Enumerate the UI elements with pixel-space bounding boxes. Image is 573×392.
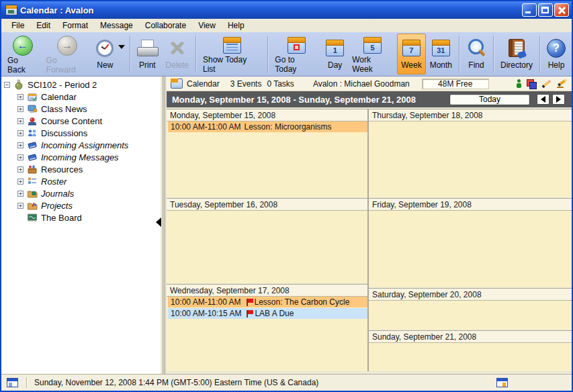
expand-toggle-icon[interactable]: + — [17, 191, 24, 197]
expand-toggle-icon[interactable]: + — [17, 142, 24, 148]
work-week-view-button[interactable]: 5 Work Week — [348, 34, 397, 75]
event-lab-a-due[interactable]: 10:00 AM-10:15 AM LAB A Due — [168, 308, 367, 319]
today-highlight-icon — [294, 44, 300, 50]
go-forward-button[interactable]: → Go Forward — [42, 34, 93, 75]
toolbar-separator — [195, 36, 196, 72]
menu-message[interactable]: Message — [94, 19, 139, 32]
status-text: Sunday, November 12, 2008 1:44 PM (GMT-5… — [34, 378, 318, 387]
toolbar-separator — [459, 36, 459, 72]
day-view-button[interactable]: 1 Day — [322, 34, 348, 75]
flag-icon — [247, 310, 248, 317]
help-button[interactable]: ? Help — [543, 34, 570, 75]
flask-icon — [13, 79, 24, 90]
sidebar-item-course-content[interactable]: + Course Content — [1, 115, 161, 127]
new-button[interactable]: New — [92, 34, 127, 75]
go-back-button[interactable]: ← Go Back — [3, 34, 42, 75]
day-cell-sunday[interactable] — [369, 343, 572, 371]
day-header: Tuesday, September 16, 2008 — [167, 199, 367, 211]
event-lesson-microorganisms[interactable]: 10:00 AM-11:00 AM Lesson: Microorganisms — [168, 121, 367, 132]
title-bar[interactable]: Calendar : Avalon — [1, 1, 572, 19]
print-button[interactable]: Print — [133, 34, 161, 75]
menu-edit[interactable]: Edit — [30, 19, 56, 32]
directory-button[interactable]: Directory — [496, 34, 537, 75]
directory-icon — [509, 39, 525, 57]
expand-toggle-icon[interactable]: + — [17, 106, 24, 112]
free-space-indicator: 48M Free — [422, 79, 489, 89]
sidebar-item-the-board[interactable]: The Board — [1, 211, 161, 224]
menu-help[interactable]: Help — [222, 19, 251, 32]
course-content-icon — [27, 115, 38, 126]
day-cell-thursday[interactable] — [369, 121, 572, 197]
resources-icon — [27, 164, 38, 175]
day-header: Saturday, September 20, 2008 — [369, 289, 572, 301]
help-label: Help — [548, 60, 565, 70]
minimize-button[interactable] — [522, 3, 537, 17]
menu-format[interactable]: Format — [56, 19, 94, 32]
maximize-button[interactable] — [538, 3, 553, 17]
signature-pencil-icon[interactable] — [557, 79, 568, 88]
date-range-label: Monday, September 15, 2008 - Sunday, Sep… — [172, 95, 416, 105]
delete-button[interactable]: Delete — [161, 34, 193, 75]
expand-toggle-icon[interactable]: + — [17, 154, 24, 160]
day-header: Friday, September 19, 2008 — [369, 199, 572, 211]
flag-icon — [247, 299, 248, 306]
day-cell-tuesday[interactable] — [167, 211, 367, 283]
day-cell-friday[interactable] — [369, 211, 572, 287]
menu-file[interactable]: File — [5, 19, 30, 32]
edit-pencil-icon[interactable] — [541, 79, 552, 88]
online-person-icon[interactable] — [516, 79, 521, 88]
go-to-today-icon — [288, 37, 306, 54]
sidebar-item-discussions[interactable]: + Discussions — [1, 127, 161, 139]
previous-week-button[interactable] — [537, 94, 549, 105]
next-week-button[interactable] — [552, 94, 565, 105]
sidebar-item-class-news[interactable]: + Class News — [1, 103, 161, 115]
toolbar-separator — [267, 36, 268, 72]
month-view-button[interactable]: 31 Month — [426, 34, 456, 75]
window-title: Calendar : Avalon — [20, 5, 94, 15]
week-view-button[interactable]: 7 Week — [397, 34, 425, 75]
sidebar-item-root[interactable]: − SCI102 - Period 2 — [1, 79, 161, 91]
find-button[interactable]: Find — [462, 34, 490, 75]
collapse-toggle-icon[interactable]: − — [4, 82, 10, 88]
day-cell-wednesday[interactable]: 10:00 AM-11:00 AM Lesson: The Carbon Cyc… — [167, 297, 367, 371]
sidebar-item-roster[interactable]: + Roster — [1, 175, 161, 187]
event-title: Lesson: Microorganisms — [245, 122, 332, 132]
day-cell-saturday[interactable] — [369, 301, 572, 330]
view-panes-icon[interactable] — [527, 79, 536, 88]
go-to-today-button[interactable]: Go to Today — [271, 34, 322, 75]
day-cell-monday[interactable]: 10:00 AM-11:00 AM Lesson: Microorganisms — [167, 121, 367, 197]
sidebar-item-label: Discussions — [41, 128, 87, 138]
expand-toggle-icon[interactable]: + — [17, 166, 24, 173]
today-button[interactable]: Today — [449, 94, 530, 105]
go-forward-icon: → — [57, 36, 77, 56]
sidebar-item-journals[interactable]: + Journals — [1, 187, 161, 199]
expand-toggle-icon[interactable]: + — [17, 130, 24, 136]
window-status-icon[interactable] — [7, 378, 18, 387]
window-layout-icon[interactable] — [496, 378, 508, 387]
new-dropdown-icon[interactable] — [118, 45, 125, 49]
sidebar-item-incoming-messages[interactable]: + Incoming Messages — [1, 151, 161, 163]
sidebar-item-projects[interactable]: + Projects — [1, 199, 161, 211]
class-news-icon — [27, 103, 38, 114]
sidebar-splitter[interactable] — [161, 77, 167, 374]
close-button[interactable] — [554, 3, 569, 17]
board-icon — [27, 212, 38, 223]
today-list-icon — [223, 37, 241, 54]
show-today-list-button[interactable]: Show Today List — [199, 34, 265, 75]
menu-view[interactable]: View — [192, 19, 222, 32]
collapse-sidebar-icon[interactable] — [156, 217, 161, 227]
calendar-icon — [27, 91, 38, 102]
sidebar-item-calendar[interactable]: + Calendar — [1, 91, 161, 103]
event-title: LAB A Due — [255, 309, 294, 318]
menu-collaborate[interactable]: Collaborate — [139, 19, 192, 32]
go-to-today-label: Go to Today — [275, 55, 318, 74]
expand-toggle-icon[interactable]: + — [17, 203, 24, 209]
expand-toggle-icon[interactable]: + — [17, 179, 24, 185]
expand-toggle-icon[interactable]: + — [17, 118, 24, 124]
sidebar-item-resources[interactable]: + Resources — [1, 163, 161, 175]
sidebar-item-incoming-assignments[interactable]: + Incoming Assignments — [1, 139, 161, 151]
maximize-icon — [541, 7, 549, 13]
event-lesson-carbon-cycle[interactable]: 10:00 AM-11:00 AM Lesson: The Carbon Cyc… — [168, 297, 367, 307]
splitter-handle-icon[interactable] — [163, 77, 165, 374]
expand-toggle-icon[interactable]: + — [17, 94, 24, 100]
